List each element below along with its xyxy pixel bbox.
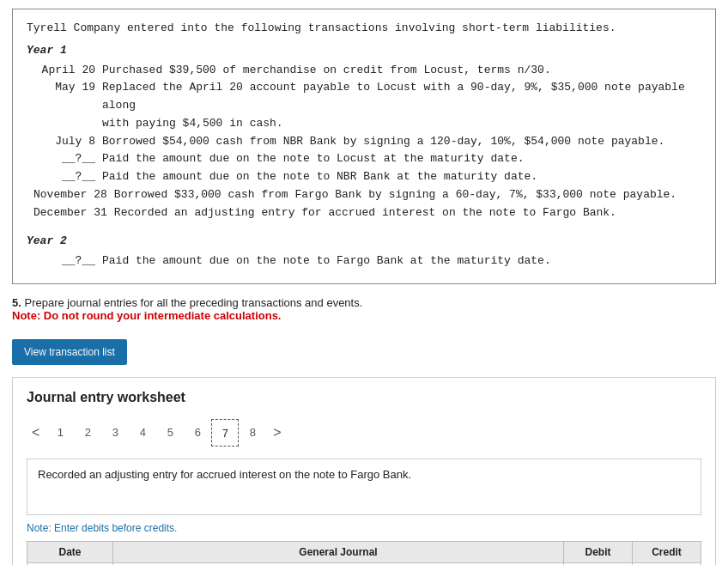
entry-description-box: Recorded an adjusting entry for accrued … (27, 459, 701, 515)
year2-transactions: __?__ Paid the amount due on the note to… (33, 252, 701, 270)
desc-may19-cont: with paying $4,500 in cash. (102, 115, 701, 133)
transactions-section: Tyrell Company entered into the followin… (12, 9, 716, 284)
transaction-line-5: __?__ Paid the amount due on the note to… (33, 168, 701, 186)
tab-2[interactable]: 2 (74, 419, 101, 447)
desc-april20: Purchased $39,500 of merchandise on cred… (102, 62, 701, 80)
tab-4[interactable]: 4 (129, 419, 156, 447)
problem-section: 5. Prepare journal entries for all the p… (12, 296, 716, 322)
transaction-line-2b: with paying $4,500 in cash. (33, 115, 701, 133)
intro-text: Tyrell Company entered into the followin… (27, 20, 701, 37)
transaction-line-2: May 19 Replaced the April 20 account pay… (33, 79, 701, 115)
transaction-line-y2-1: __?__ Paid the amount due on the note to… (33, 252, 701, 270)
date-y2-q: __?__ (33, 252, 102, 270)
col-header-general-journal: General Journal (113, 542, 564, 563)
date-july8: July 8 (33, 133, 102, 151)
col-header-date: Date (27, 542, 113, 563)
desc-dec31: Recorded an adjusting entry for accrued … (114, 204, 701, 222)
col-header-debit: Debit (564, 542, 633, 563)
year1-label: Year 1 (27, 44, 701, 57)
tab-6[interactable]: 6 (184, 419, 211, 447)
tab-1[interactable]: 1 (46, 419, 74, 447)
date-may19: May 19 (33, 79, 102, 115)
entry-description-text: Recorded an adjusting entry for accrued … (38, 468, 411, 481)
tab-7[interactable]: 7 (211, 419, 239, 447)
date-may19-cont (33, 115, 102, 133)
transaction-line-1: April 20 Purchased $39,500 of merchandis… (33, 62, 701, 80)
date-april20: April 20 (33, 62, 102, 80)
problem-number: 5. (12, 296, 21, 309)
prev-tab-arrow[interactable]: < (25, 422, 46, 444)
desc-july8: Borrowed $54,000 cash from NBR Bank by s… (102, 133, 701, 151)
date-q1: __?__ (33, 150, 102, 168)
journal-table: Date General Journal Debit Credit Decemb… (27, 541, 701, 565)
col-header-credit: Credit (633, 542, 701, 563)
next-tab-arrow[interactable]: > (266, 422, 288, 444)
year2-label: Year 2 (27, 234, 701, 247)
desc-q1: Paid the amount due on the note to Locus… (102, 150, 701, 168)
tabs-row: < 1 2 3 4 5 6 7 8 > (13, 414, 715, 452)
date-nov28: November 28 (33, 186, 114, 204)
desc-q2: Paid the amount due on the note to NBR B… (102, 168, 701, 186)
transaction-line-7: December 31 Recorded an adjusting entry … (33, 204, 701, 222)
tab-8[interactable]: 8 (239, 419, 266, 447)
desc-may19: Replaced the April 20 account payable to… (102, 79, 701, 115)
worksheet-title: Journal entry worksheet (13, 378, 715, 414)
worksheet-container: Journal entry worksheet < 1 2 3 4 5 6 7 … (12, 377, 716, 565)
table-header-row: Date General Journal Debit Credit (27, 542, 701, 563)
desc-y2-q: Paid the amount due on the note to Fargo… (102, 252, 701, 270)
tab-3[interactable]: 3 (101, 419, 129, 447)
transaction-line-4: __?__ Paid the amount due on the note to… (33, 150, 701, 168)
desc-nov28: Borrowed $33,000 cash from Fargo Bank by… (114, 186, 701, 204)
transaction-line-6: November 28 Borrowed $33,000 cash from F… (33, 186, 701, 204)
date-dec31: December 31 (33, 204, 114, 222)
tab-5[interactable]: 5 (156, 419, 184, 447)
problem-text: Prepare journal entries for all the prec… (24, 296, 362, 309)
view-transaction-list-button[interactable]: View transaction list (12, 339, 127, 365)
date-q2: __?__ (33, 168, 102, 186)
problem-note: Note: Do not round your intermediate cal… (12, 309, 281, 322)
note-enter-debits: Note: Enter debits before credits. (27, 522, 701, 534)
year1-transactions: April 20 Purchased $39,500 of merchandis… (33, 62, 701, 222)
transaction-line-3: July 8 Borrowed $54,000 cash from NBR Ba… (33, 133, 701, 151)
